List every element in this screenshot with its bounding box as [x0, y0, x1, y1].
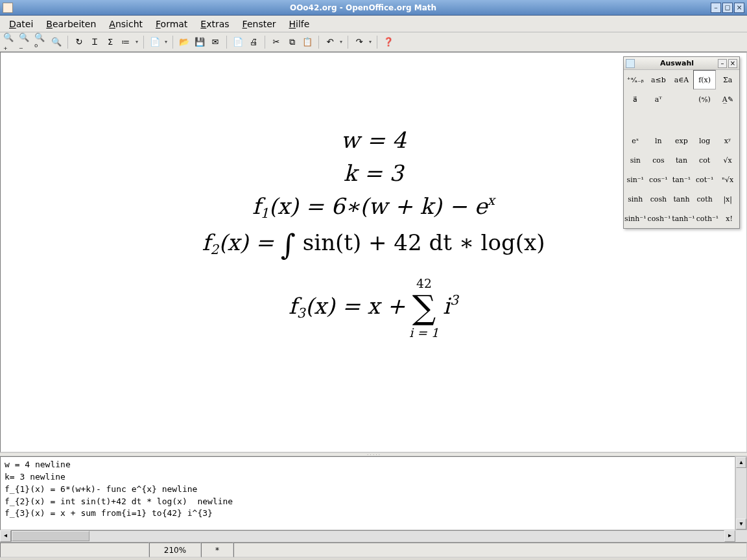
palette-fn-2-1[interactable]: cos⁻¹: [647, 170, 670, 189]
menu-fenster[interactable]: Fenster: [237, 17, 281, 31]
palette-category-prow2-2[interactable]: [670, 89, 693, 109]
palette-fn-4-1[interactable]: cosh⁻¹: [647, 209, 672, 228]
cut-icon[interactable]: ✂: [269, 35, 283, 49]
help-icon[interactable]: ❓: [381, 35, 396, 49]
palette-fn-3-2[interactable]: tanh: [670, 189, 693, 209]
scroll-left-icon[interactable]: ◂: [0, 530, 11, 542]
zoom-page-icon[interactable]: 🔍: [49, 35, 64, 49]
palette-fn-2-4[interactable]: ⁿ√x: [716, 170, 739, 189]
scroll-corner: [735, 530, 747, 542]
app-icon: [3, 3, 13, 13]
menu-datei[interactable]: Datei: [4, 17, 38, 31]
palette-fn-1-0[interactable]: sin: [624, 150, 647, 170]
palette-fn-2-3[interactable]: cot⁻¹: [693, 170, 717, 189]
statusbar: 210% *: [0, 542, 747, 557]
menubar: DateiBearbeitenAnsichtFormatExtrasFenste…: [0, 16, 747, 32]
cursor-icon[interactable]: Ꮖ: [88, 35, 102, 49]
palette-fn-1-4[interactable]: √x: [716, 150, 739, 170]
palette-fn-3-0[interactable]: sinh: [624, 189, 647, 209]
copy-icon[interactable]: ⧉: [285, 35, 299, 49]
palette-title: Auswahl: [637, 59, 717, 67]
palette-fn-4-2[interactable]: tanh⁻¹: [671, 209, 695, 228]
refresh-icon[interactable]: ↻: [72, 35, 86, 49]
palette-category-prow1-4[interactable]: Σa: [716, 70, 739, 89]
zoom-in-icon[interactable]: 🔍₊: [3, 35, 17, 49]
hscroll-track[interactable]: [11, 530, 724, 542]
zoom-100-icon[interactable]: 🔍⁰: [34, 35, 48, 49]
new-doc-icon[interactable]: 📄: [148, 35, 162, 49]
formula-line-4: f2(x) = ∫ sin(t) + 42 dt ∗ log(x): [1, 224, 746, 266]
redo-icon-dropdown[interactable]: ▾: [368, 35, 373, 49]
status-zoom[interactable]: 210%: [149, 542, 201, 557]
hscroll-thumb[interactable]: [12, 531, 89, 541]
status-modified: *: [201, 542, 233, 557]
palette-fn-0-4[interactable]: xʸ: [716, 131, 739, 150]
menu-bearbeiten[interactable]: Bearbeiten: [41, 17, 101, 31]
undo-icon[interactable]: ↶: [323, 35, 337, 49]
palette-category-prow1-0[interactable]: ⁺ᵃ⁄ₐ₋ᵦ: [624, 70, 647, 89]
scroll-up-icon[interactable]: ▴: [736, 457, 746, 468]
formula-view: w = 4 k = 3 f1(x) = 6∗(w + k) − ex f2(x)…: [0, 52, 747, 452]
palette-fn-2-2[interactable]: tan⁻¹: [670, 170, 693, 189]
print-icon[interactable]: 🖨: [246, 35, 261, 49]
palette-fn-4-0[interactable]: sinh⁻¹: [624, 209, 647, 228]
palette-fn-4-3[interactable]: coth⁻¹: [696, 209, 720, 228]
open-icon[interactable]: 📂: [177, 35, 191, 49]
palette-minimize-button[interactable]: –: [718, 59, 727, 68]
palette-category-prow2-3[interactable]: (ᵃ⁄ᵦ): [693, 89, 717, 109]
window-titlebar: OOo42.org - OpenOffice.org Math – ◻ ×: [0, 0, 747, 16]
palette-fn-3-4[interactable]: |x|: [716, 189, 739, 209]
menu-ansicht[interactable]: Ansicht: [104, 17, 148, 31]
scroll-track[interactable]: [736, 468, 746, 519]
palette-category-prow2-1[interactable]: aᵀ: [647, 89, 670, 109]
catalog-icon[interactable]: ≔: [119, 35, 133, 49]
palette-category-prow2-0[interactable]: a⃗: [624, 89, 647, 109]
mail-icon[interactable]: ✉: [208, 35, 222, 49]
status-cell-empty: [0, 542, 149, 557]
scroll-right-icon[interactable]: ▸: [724, 530, 735, 542]
palette-fn-1-2[interactable]: tan: [670, 150, 693, 170]
palette-fn-1-1[interactable]: cos: [647, 150, 670, 170]
window-title: OOo42.org - OpenOffice.org Math: [17, 3, 709, 12]
menu-hilfe[interactable]: Hilfe: [284, 17, 315, 31]
palette-titlebar[interactable]: Auswahl – ×: [624, 57, 739, 70]
status-fill: [233, 542, 747, 557]
palette-fn-0-3[interactable]: log: [693, 131, 717, 150]
palette-icon: [626, 59, 635, 68]
sigma-icon[interactable]: Σ: [103, 35, 117, 49]
export-pdf-icon[interactable]: 📄: [231, 35, 245, 49]
menu-format[interactable]: Format: [150, 17, 193, 31]
close-button[interactable]: ×: [734, 3, 744, 13]
selection-palette[interactable]: Auswahl – × ⁺ᵃ⁄ₐ₋ᵦa≤ba∈Af(x)Σa a⃗aᵀ(ᵃ⁄ᵦ)…: [623, 56, 740, 229]
minimize-button[interactable]: –: [711, 3, 721, 13]
command-editor-wrap: w = 4 newline k= 3 newline f_{1}(x) = 6*…: [0, 456, 747, 530]
maximize-button[interactable]: ◻: [722, 3, 733, 13]
palette-close-button[interactable]: ×: [728, 59, 737, 68]
palette-fn-4-4[interactable]: x!: [719, 209, 739, 228]
zoom-out-icon[interactable]: 🔍₋: [18, 35, 32, 49]
undo-icon-dropdown[interactable]: ▾: [338, 35, 344, 49]
palette-fn-0-1[interactable]: ln: [647, 131, 670, 150]
paste-icon[interactable]: 📋: [300, 35, 314, 49]
editor-vscroll[interactable]: ▴ ▾: [735, 456, 747, 530]
command-editor[interactable]: w = 4 newline k= 3 newline f_{1}(x) = 6*…: [0, 456, 735, 530]
palette-category-prow1-3[interactable]: f(x): [693, 70, 717, 89]
toolbar: 🔍₊🔍₋🔍⁰🔍↻ᏆΣ≔▾📄▾📂💾✉📄🖨✂⧉📋↶▾↷▾❓: [0, 32, 747, 52]
palette-fn-2-0[interactable]: sin⁻¹: [624, 170, 647, 189]
palette-fn-1-3[interactable]: cot: [693, 150, 717, 170]
formula-line-5: f3(x) = x + 42∑i = 1 i3: [1, 283, 746, 333]
palette-category-prow1-2[interactable]: a∈A: [670, 70, 693, 89]
menu-extras[interactable]: Extras: [195, 17, 234, 31]
catalog-icon-dropdown[interactable]: ▾: [134, 35, 139, 49]
scroll-down-icon[interactable]: ▾: [736, 519, 746, 530]
palette-fn-3-1[interactable]: cosh: [647, 189, 670, 209]
redo-icon[interactable]: ↷: [352, 35, 366, 49]
palette-fn-0-2[interactable]: exp: [670, 131, 693, 150]
palette-category-prow2-4[interactable]: A̲✎: [716, 89, 739, 109]
palette-category-prow1-1[interactable]: a≤b: [647, 70, 670, 89]
palette-fn-3-3[interactable]: coth: [693, 189, 717, 209]
new-doc-icon-dropdown[interactable]: ▾: [163, 35, 169, 49]
editor-hscroll[interactable]: ◂ ▸: [0, 530, 747, 542]
palette-fn-0-0[interactable]: eˣ: [624, 131, 647, 150]
save-icon[interactable]: 💾: [193, 35, 207, 49]
